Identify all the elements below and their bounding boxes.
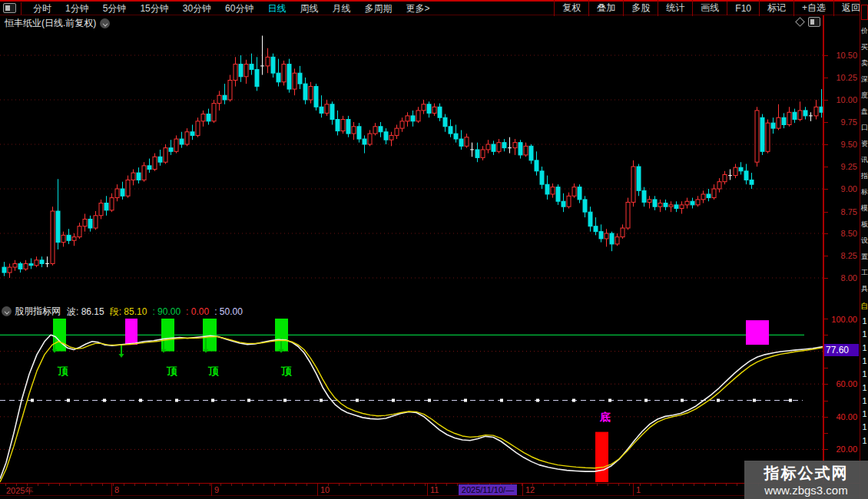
candle-body xyxy=(529,146,533,160)
timeline-selected-date[interactable]: 2025/11/10/— xyxy=(459,484,517,495)
timeline-tick xyxy=(629,484,630,486)
indicator-collapse-icon[interactable] xyxy=(2,306,12,316)
timeline-axis[interactable]: 2025年8910111212025/11/10/— xyxy=(0,483,860,496)
candle-body xyxy=(56,211,60,243)
period-tab[interactable]: 周线 xyxy=(293,3,325,14)
sidebar-digit: 1 xyxy=(860,316,868,326)
price-axis-label: 9.75 xyxy=(825,117,857,127)
pane-icon[interactable] xyxy=(808,17,820,27)
timeline-tick xyxy=(242,484,243,486)
period-tab[interactable]: 多周期 xyxy=(357,3,399,14)
candle-body xyxy=(164,148,167,163)
candle-body xyxy=(99,203,103,216)
midline-marker xyxy=(717,399,720,402)
axis-tick xyxy=(824,449,828,450)
period-toolbar: 分时1分钟5分钟15分钟30分钟60分钟日线周线月线多周期更多> 复权叠加多股统… xyxy=(0,0,868,15)
indicator-field: : 0.00 xyxy=(186,306,209,317)
price-axis-label: 8.75 xyxy=(825,207,857,216)
candle-body xyxy=(696,200,700,205)
midline-marker xyxy=(283,399,287,402)
period-tab[interactable]: 1分钟 xyxy=(58,3,96,14)
candle-body xyxy=(605,233,608,239)
candle-body xyxy=(615,237,619,244)
timeline-label: 2025年 xyxy=(6,485,33,497)
candle-body xyxy=(454,134,458,139)
period-tab[interactable]: 5分钟 xyxy=(96,3,134,14)
candle-body xyxy=(303,84,307,100)
candle-body xyxy=(427,104,431,114)
signal-bar-magenta xyxy=(125,319,137,345)
title-dropdown-icon[interactable] xyxy=(100,18,110,28)
candle-body xyxy=(492,144,495,151)
sidebar-clipped-glyph: 指 xyxy=(860,171,868,181)
right-sidebar-clipped[interactable]: 价买卖深度盘口资讯指标模板设置工具自1111111111 xyxy=(860,0,868,499)
period-tab[interactable]: 分时 xyxy=(26,3,58,14)
candlestick-chart[interactable] xyxy=(0,31,823,304)
timeline-tick xyxy=(156,484,157,486)
candle-body xyxy=(782,117,786,124)
price-axis-label: 10.00 xyxy=(825,95,857,104)
timeline-divider xyxy=(317,484,318,496)
candle-body xyxy=(110,198,114,210)
candle-body xyxy=(40,260,44,264)
sidebar-digit: 1 xyxy=(860,396,868,405)
timeline-tick xyxy=(274,484,275,486)
candle-body xyxy=(707,194,711,198)
period-tab[interactable]: 30分钟 xyxy=(176,3,218,14)
toolbar-action-button[interactable]: 统计 xyxy=(658,0,692,16)
candle-body xyxy=(642,190,646,202)
timeline-tick xyxy=(231,484,232,486)
timeline-tick xyxy=(339,484,340,486)
candle-body xyxy=(395,128,399,135)
toolbar-action-button[interactable]: 多股 xyxy=(623,0,658,16)
indicator-axis-label: 100.00 xyxy=(825,315,857,324)
candle-body xyxy=(314,87,318,107)
period-tab[interactable]: 月线 xyxy=(325,3,357,14)
axis-tick xyxy=(824,100,828,101)
period-tab[interactable]: 更多> xyxy=(399,3,436,14)
top-label: 顶 xyxy=(57,365,68,377)
diamond-icon[interactable] xyxy=(795,17,805,27)
candle-body xyxy=(320,107,323,113)
price-axis-label: 8.25 xyxy=(825,251,857,260)
candle-body xyxy=(341,120,345,131)
signal-bar-magenta xyxy=(746,320,769,345)
sidebar-toggle-icon[interactable] xyxy=(861,5,868,20)
candle-body xyxy=(126,180,130,196)
period-tab[interactable]: 日线 xyxy=(260,3,293,14)
toolbar-action-button[interactable]: 画线 xyxy=(692,0,727,16)
toolbar-action-button[interactable]: F10 xyxy=(727,2,759,15)
candle-body xyxy=(755,111,759,162)
candle-body xyxy=(486,144,490,150)
period-tab[interactable]: 60分钟 xyxy=(218,3,260,14)
indicator-panel[interactable]: 顶顶顶顶底 xyxy=(0,304,823,484)
candle-body xyxy=(121,189,124,196)
midline-marker xyxy=(789,399,792,402)
timeline-label: 8 xyxy=(114,485,119,494)
midline-marker xyxy=(356,399,359,402)
sidebar-clipped-glyph: 设 xyxy=(860,236,868,246)
toolbar-action-button[interactable]: 复权 xyxy=(554,0,588,16)
toolbar-action-button[interactable]: +自选 xyxy=(793,0,833,16)
axis-tick xyxy=(824,189,828,190)
price-axis-label: 9.00 xyxy=(825,184,857,193)
candle-body xyxy=(131,173,135,180)
timeline-tick xyxy=(597,484,598,486)
candle-body xyxy=(524,146,528,155)
timeline-tick xyxy=(704,484,705,486)
sidebar-digit: 1 xyxy=(860,383,868,392)
toolbar-action-button[interactable]: 叠加 xyxy=(588,0,623,16)
sidebar-digit: 1 xyxy=(860,436,868,445)
axis-tick xyxy=(824,167,828,167)
period-tab[interactable]: 15分钟 xyxy=(133,3,175,14)
timeline-tick xyxy=(296,484,297,486)
candle-body xyxy=(255,70,259,87)
candle-body xyxy=(196,121,200,136)
layout-split-icon[interactable] xyxy=(3,3,16,13)
candle-body xyxy=(234,64,237,81)
toolbar-action-button[interactable]: 标记 xyxy=(759,0,793,16)
timeline-tick xyxy=(715,484,716,486)
candle-body xyxy=(744,171,748,180)
timeline-tick xyxy=(253,484,253,486)
sidebar-clipped-glyph: 盘 xyxy=(860,107,868,117)
